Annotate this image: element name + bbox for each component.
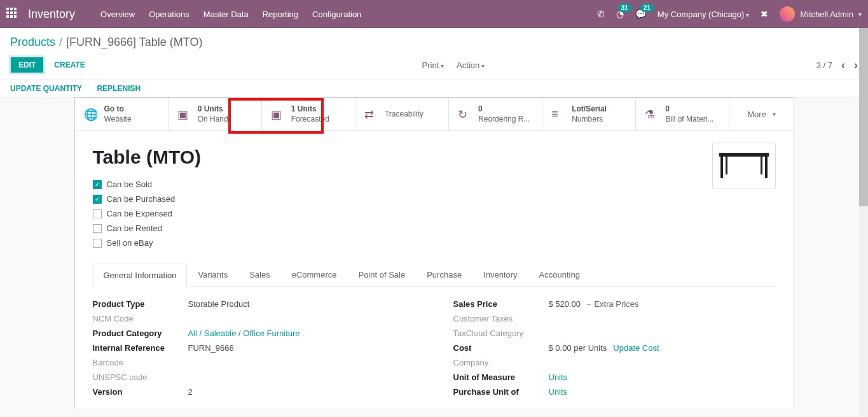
status-bar-buttons: UPDATE QUANTITY REPLENISH xyxy=(0,80,868,97)
label-unspsc: UNSPSC code xyxy=(93,372,188,382)
stat-buttons: 🌐 Go toWebsite ▣ 0 UnitsOn Hand ▣ 1 Unit… xyxy=(75,98,794,131)
table-icon xyxy=(717,150,771,181)
refresh-icon: ↻ xyxy=(458,108,472,122)
tools-icon[interactable]: ✖ xyxy=(761,9,768,19)
company-switcher[interactable]: My Company (Chicago) xyxy=(658,10,749,19)
label-ncm: NCM Code xyxy=(93,314,188,323)
activity-badge: 31 xyxy=(618,4,631,12)
top-nav: Inventory Overview Operations Master Dat… xyxy=(0,0,868,28)
form-fields: Product TypeStorable Product NCM Code Pr… xyxy=(93,286,776,402)
scrollbar[interactable] xyxy=(859,28,868,409)
value-internal-ref: FURN_9666 xyxy=(188,343,415,353)
main-menu: Overview Operations Master Data Reportin… xyxy=(100,10,361,19)
breadcrumb-parent[interactable]: Products xyxy=(10,36,55,48)
user-name: Mitchell Admin xyxy=(800,10,853,19)
bars-icon: ≡ xyxy=(551,108,565,121)
label-taxcloud: TaxCloud Category xyxy=(453,329,549,338)
extra-prices-button[interactable]: Extra Prices xyxy=(585,299,638,309)
label-sales-price: Sales Price xyxy=(453,299,549,309)
discuss-icon[interactable]: 💬21 xyxy=(635,9,646,19)
label-barcode: Barcode xyxy=(93,358,188,367)
notebook-tabs: General Information Variants Sales eComm… xyxy=(93,263,776,286)
checkbox-icon xyxy=(93,224,102,233)
opt-can-purchased[interactable]: ✓Can be Purchased xyxy=(93,194,776,204)
checkbox-icon xyxy=(93,239,102,248)
tab-general-info[interactable]: General Information xyxy=(93,264,188,286)
update-cost-button[interactable]: Update Cost xyxy=(613,343,659,353)
stat-lot-serial[interactable]: ≡ Lot/SerialNumbers xyxy=(542,98,636,131)
svg-rect-2 xyxy=(765,157,768,178)
label-company: Company xyxy=(453,358,549,367)
flask-icon: ⚗ xyxy=(645,108,659,122)
label-category: Product Category xyxy=(93,329,188,338)
scrollbar-thumb[interactable] xyxy=(859,28,868,206)
product-name: Table (MTO) xyxy=(93,146,776,168)
menu-operations[interactable]: Operations xyxy=(149,10,189,19)
print-dropdown[interactable]: Print xyxy=(422,60,444,70)
tab-inventory[interactable]: Inventory xyxy=(472,263,528,286)
value-product-type: Storable Product xyxy=(188,299,415,309)
tab-accounting[interactable]: Accounting xyxy=(528,263,591,286)
opt-can-expensed[interactable]: Can be Expensed xyxy=(93,209,776,218)
tab-purchase[interactable]: Purchase xyxy=(416,263,472,286)
stat-on-hand[interactable]: ▣ 0 UnitsOn Hand xyxy=(169,98,262,131)
activity-icon[interactable]: ◔31 xyxy=(616,9,624,19)
opt-can-sold[interactable]: ✓Can be Sold xyxy=(93,180,776,189)
exchange-icon: ⇄ xyxy=(364,108,378,122)
value-uom[interactable]: Units xyxy=(549,372,568,382)
tab-variants[interactable]: Variants xyxy=(187,263,238,286)
globe-icon: 🌐 xyxy=(84,108,98,122)
svg-rect-0 xyxy=(719,153,769,157)
update-quantity-button[interactable]: UPDATE QUANTITY xyxy=(10,84,82,93)
stat-reordering[interactable]: ↻ 0Reordering R... xyxy=(449,98,542,131)
value-category[interactable]: All / Saleable / Office Furniture xyxy=(188,329,300,338)
stat-traceability[interactable]: ⇄ Traceability xyxy=(355,98,449,131)
opt-can-rented[interactable]: Can be Rented xyxy=(93,223,776,233)
value-sales-price: $ 520.00 xyxy=(549,299,581,309)
svg-rect-3 xyxy=(726,157,727,174)
cubes-icon: ▣ xyxy=(177,108,191,122)
stat-go-to-website[interactable]: 🌐 Go toWebsite xyxy=(75,98,169,131)
systray: ✆ ◔31 💬21 My Company (Chicago) ✖ Mitchel… xyxy=(597,6,862,22)
opt-sell-ebay[interactable]: Sell on eBay xyxy=(93,238,776,248)
pager-prev-icon[interactable]: ‹ xyxy=(841,59,845,72)
value-cost: $ 0.00 xyxy=(549,343,572,353)
label-cost: Cost xyxy=(453,343,549,353)
brand-title[interactable]: Inventory xyxy=(28,8,75,21)
menu-configuration[interactable]: Configuration xyxy=(312,10,361,19)
discuss-badge: 21 xyxy=(640,4,654,12)
breadcrumb: Products/[FURN_9666] Table (MTO) xyxy=(0,28,868,52)
checkbox-icon xyxy=(93,209,102,218)
cubes-icon: ▣ xyxy=(271,108,285,122)
value-purchase-uom[interactable]: Units xyxy=(549,387,568,397)
user-menu[interactable]: Mitchell Admin xyxy=(780,6,862,22)
control-panel: EDIT CREATE Print Action 3 / 7 ‹ › xyxy=(0,52,868,80)
value-version: 2 xyxy=(188,387,415,397)
label-internal-ref: Internal Reference xyxy=(93,343,188,353)
checkbox-icon: ✓ xyxy=(93,195,102,204)
stat-more[interactable]: More xyxy=(729,98,793,131)
apps-icon[interactable] xyxy=(6,8,19,20)
product-image[interactable] xyxy=(712,143,776,188)
replenish-button[interactable]: REPLENISH xyxy=(97,84,141,93)
label-customer-taxes: Customer Taxes xyxy=(453,314,549,323)
phone-icon[interactable]: ✆ xyxy=(597,9,605,19)
create-button[interactable]: CREATE xyxy=(49,57,90,73)
edit-button[interactable]: EDIT xyxy=(10,57,44,73)
label-purchase-uom: Purchase Unit of xyxy=(453,387,549,397)
pager-next-icon[interactable]: › xyxy=(854,59,858,72)
tab-sales[interactable]: Sales xyxy=(238,263,281,286)
checkbox-icon: ✓ xyxy=(93,180,102,189)
pager-count: 3 / 7 xyxy=(816,60,832,70)
menu-reporting[interactable]: Reporting xyxy=(263,10,298,19)
action-dropdown[interactable]: Action xyxy=(457,60,485,70)
stat-bom[interactable]: ⚗ 0Bill of Materi... xyxy=(636,98,729,131)
menu-overview[interactable]: Overview xyxy=(100,10,135,19)
cost-per: per Units xyxy=(574,343,607,353)
breadcrumb-current: [FURN_9666] Table (MTO) xyxy=(66,36,202,48)
tab-pos[interactable]: Point of Sale xyxy=(347,263,416,286)
menu-master-data[interactable]: Master Data xyxy=(203,10,249,19)
stat-forecasted[interactable]: ▣ 1 UnitsForecasted xyxy=(262,98,355,131)
form-sheet: 🌐 Go toWebsite ▣ 0 UnitsOn Hand ▣ 1 Unit… xyxy=(74,97,794,409)
tab-ecommerce[interactable]: eCommerce xyxy=(281,263,348,286)
